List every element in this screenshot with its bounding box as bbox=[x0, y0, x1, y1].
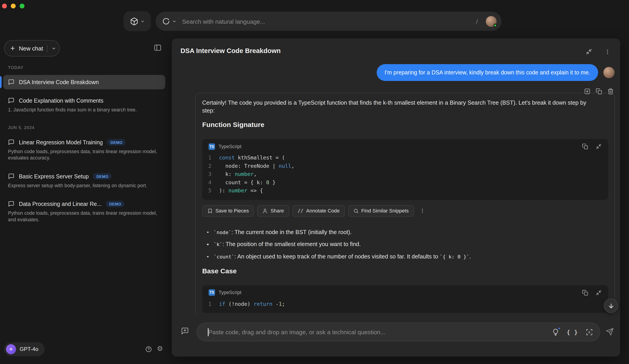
bullet-item: `k`: The position of the smallest elemen… bbox=[202, 240, 608, 249]
search-shortcut-hint: / bbox=[476, 18, 478, 25]
line-number: 4 bbox=[202, 179, 219, 187]
bullet-text: `k`: The position of the smallest elemen… bbox=[214, 240, 361, 249]
annotate-icon: // bbox=[298, 208, 304, 214]
chat-bubble-icon bbox=[8, 79, 14, 85]
sidebar-chat-item[interactable]: Code Explanation with Comments1. JavaScr… bbox=[3, 93, 165, 117]
code-line: 1if (!node) return -1; bbox=[202, 300, 608, 308]
find-similar-snippets-button[interactable]: Find Similar Snippets bbox=[348, 205, 414, 217]
app-window: / New chat TODAYDSA Interview Code Break… bbox=[0, 0, 629, 364]
bullet-dot bbox=[207, 231, 208, 233]
model-label: GPT-4o bbox=[20, 346, 38, 352]
chat-item-title: DSA Interview Code Breakdown bbox=[19, 79, 99, 85]
chat-item-title: Code Explanation with Comments bbox=[19, 97, 104, 104]
user-message-bubble: I'm preparing for a DSA interview, kindl… bbox=[377, 64, 598, 81]
sidebar-toggle-icon[interactable] bbox=[154, 44, 162, 52]
chat-item-title: Basic Express Server Setup bbox=[19, 173, 89, 180]
code-line: 1const kthSmallest = ( bbox=[202, 154, 608, 162]
button-divider bbox=[47, 44, 48, 52]
minimize-window-button[interactable] bbox=[11, 3, 15, 8]
line-number: 2 bbox=[202, 162, 219, 170]
section-heading: Base Case bbox=[202, 267, 608, 275]
user-message-avatar bbox=[603, 67, 615, 78]
copilot-source-button[interactable] bbox=[162, 17, 176, 25]
more-code-actions-icon[interactable] bbox=[417, 205, 427, 217]
code-action-label: Share bbox=[271, 208, 284, 214]
chat-bubble-icon bbox=[8, 139, 14, 145]
new-conversation-icon[interactable] bbox=[181, 327, 189, 335]
code-block: TS TypeScript 1if (!node) return -1; bbox=[202, 285, 608, 313]
sidebar-chat-item[interactable]: Basic Express Server SetupDEMOExpress se… bbox=[3, 169, 165, 193]
global-search-bar: / bbox=[156, 12, 501, 31]
model-provider-icon: ✳ bbox=[6, 344, 16, 354]
bullet-item: `node`: The current node in the BST (ini… bbox=[202, 228, 608, 236]
find-similar-icon bbox=[353, 208, 358, 213]
code-line: 2 node: TreeNode | null, bbox=[202, 162, 608, 170]
copy-code-icon[interactable] bbox=[582, 143, 588, 150]
new-chat-button[interactable]: New chat bbox=[4, 40, 60, 57]
insert-code-icon[interactable]: { } bbox=[567, 329, 578, 335]
chat-item-description: Python code loads, preprocesses data, tr… bbox=[8, 148, 160, 161]
bullet-item: `count`: An object used to keep track of… bbox=[202, 253, 608, 261]
demo-badge: DEMO bbox=[106, 201, 124, 207]
sidebar-chat-item[interactable]: Data Processing and Linear Re...DEMOPyth… bbox=[3, 197, 165, 227]
line-number: 3 bbox=[202, 170, 219, 179]
copilot-icon bbox=[162, 17, 170, 25]
code-actions-row: Save to PiecesShare//Annotate CodeFind S… bbox=[202, 205, 608, 217]
zoom-window-button[interactable] bbox=[20, 3, 24, 8]
chevron-down-icon bbox=[140, 19, 145, 23]
chat-item-description: Express server setup with body-parser, l… bbox=[8, 182, 160, 188]
code-action-label: Save to Pieces bbox=[215, 208, 249, 214]
chat-item-description: 1. JavaScript function finds max sum in … bbox=[8, 107, 160, 113]
app-menu-button[interactable] bbox=[124, 11, 151, 31]
cube-icon bbox=[130, 17, 138, 25]
composer-input[interactable] bbox=[208, 329, 552, 335]
share-button[interactable]: Share bbox=[257, 205, 289, 217]
chat-item-title: Linear Regression Model Training bbox=[19, 139, 103, 145]
demo-badge: DEMO bbox=[93, 173, 112, 180]
search-input[interactable] bbox=[182, 18, 476, 25]
model-selector-button[interactable]: ✳ GPT-4o bbox=[4, 342, 44, 356]
code-language-label: TypeScript bbox=[219, 144, 582, 149]
chat-panel: DSA Interview Code Breakdown I'm prepari… bbox=[171, 39, 620, 357]
user-message-row: I'm preparing for a DSA interview, kindl… bbox=[377, 64, 615, 81]
bullet-text: `count`: An object used to keep track of… bbox=[214, 253, 471, 261]
suggested-prompts-icon[interactable]: ✦ bbox=[552, 328, 559, 336]
collapse-code-icon[interactable] bbox=[596, 289, 602, 296]
extract-text-from-image-icon[interactable]: A bbox=[586, 328, 593, 336]
chat-bubble-icon bbox=[8, 201, 14, 207]
assistant-intro-text: Certainly! The code you provided is a Ty… bbox=[202, 99, 597, 115]
typescript-icon: TS bbox=[209, 143, 215, 150]
new-chat-label: New chat bbox=[19, 45, 43, 51]
line-number: 5 bbox=[202, 187, 219, 195]
close-window-button[interactable] bbox=[2, 3, 7, 8]
bullet-list: `node`: The current node in the BST (ini… bbox=[202, 228, 608, 261]
sidebar-chat-item[interactable]: Linear Regression Model TrainingDEMOPyth… bbox=[3, 135, 165, 165]
help-icon[interactable] bbox=[145, 346, 152, 353]
sidebar-section-label: TODAY bbox=[8, 65, 160, 70]
user-avatar[interactable] bbox=[486, 16, 497, 27]
bullet-dot bbox=[207, 256, 208, 257]
save-to-pieces-icon bbox=[207, 208, 213, 213]
sidebar-sections: TODAYDSA Interview Code BreakdownCode Ex… bbox=[3, 63, 165, 231]
scroll-to-bottom-button[interactable] bbox=[604, 299, 618, 313]
chevron-down-icon[interactable] bbox=[51, 46, 56, 51]
code-action-label: Find Similar Snippets bbox=[361, 208, 409, 214]
settings-gear-icon[interactable]: ⚙ bbox=[157, 345, 163, 353]
send-icon[interactable] bbox=[606, 328, 614, 336]
collapse-code-icon[interactable] bbox=[596, 143, 602, 150]
assistant-message: Certainly! The code you provided is a Ty… bbox=[195, 93, 615, 315]
chat-item-title: Data Processing and Linear Re... bbox=[19, 201, 102, 207]
bullet-text: `node`: The current node in the BST (ini… bbox=[214, 228, 352, 236]
window-controls bbox=[2, 3, 25, 8]
code-language-label: TypeScript bbox=[219, 290, 582, 295]
code-lines: 1const kthSmallest = (2 node: TreeNode |… bbox=[202, 154, 608, 195]
copy-code-icon[interactable] bbox=[582, 289, 588, 296]
composer: ✦ { } A bbox=[197, 323, 600, 342]
chat-scroll-area[interactable]: I'm preparing for a DSA interview, kindl… bbox=[171, 39, 620, 315]
chat-bubble-icon bbox=[8, 97, 14, 104]
code-line: 4 count = { k: 0 } bbox=[202, 179, 608, 187]
annotate-code-button[interactable]: //Annotate Code bbox=[292, 205, 345, 217]
typescript-icon: TS bbox=[209, 289, 215, 296]
save-to-pieces-button[interactable]: Save to Pieces bbox=[202, 205, 254, 217]
sidebar-chat-item[interactable]: DSA Interview Code Breakdown bbox=[3, 75, 165, 89]
